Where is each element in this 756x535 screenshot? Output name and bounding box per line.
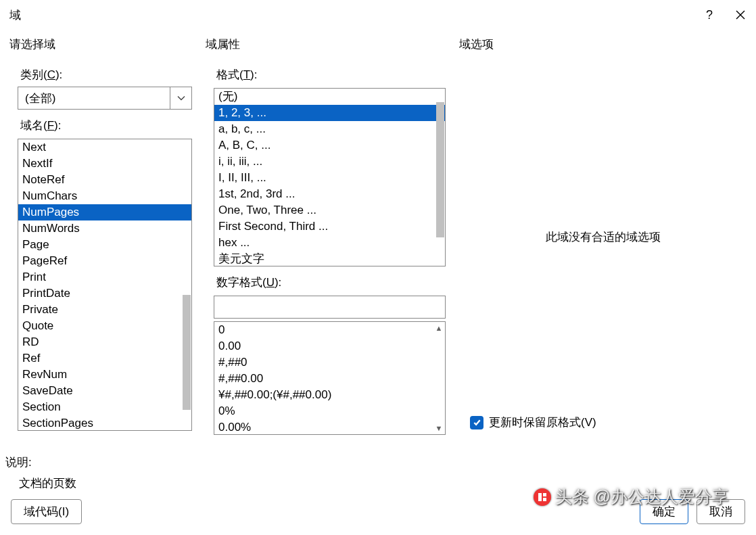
list-item[interactable]: Quote (18, 318, 191, 334)
list-item[interactable]: NoteRef (18, 172, 191, 188)
scroll-up-icon[interactable]: ▲ (433, 322, 445, 334)
checkbox-checked-icon (470, 416, 483, 429)
panel-title-properties: 域属性 (206, 30, 446, 59)
scrollbar[interactable]: ▲ ▼ (433, 322, 445, 434)
format-listbox[interactable]: (无)1, 2, 3, ...a, b, c, ...A, B, C, ...i… (214, 88, 446, 266)
cancel-button[interactable]: 取消 (696, 499, 745, 524)
description-block: 说明: 文档的页数 (0, 442, 756, 491)
scrollbar[interactable] (433, 89, 445, 266)
list-item[interactable]: Section (18, 399, 191, 415)
list-item[interactable]: 1st, 2nd, 3rd ... (214, 186, 445, 202)
list-item[interactable]: 0.00% (214, 419, 445, 434)
close-button[interactable] (725, 0, 756, 30)
list-item[interactable]: 0 (214, 322, 445, 338)
list-item[interactable]: Next (18, 139, 191, 156)
help-button[interactable]: ? (694, 0, 725, 30)
panel-select-field: 请选择域 类别(C): (全部) 域名(F): NextNextIfNoteRe… (9, 30, 206, 436)
list-item[interactable]: Page (18, 237, 191, 253)
list-item[interactable]: NumPages (18, 204, 191, 220)
list-item[interactable]: 0.00 (214, 338, 445, 354)
fieldname-label: 域名(F): (9, 110, 192, 136)
numformat-label: 数字格式(U): (206, 266, 446, 293)
field-code-button[interactable]: 域代码(I) (11, 499, 82, 524)
panel-title-select: 请选择域 (9, 30, 192, 59)
list-item[interactable]: NumWords (18, 220, 191, 237)
dialog-title: 域 (9, 7, 21, 23)
list-item[interactable]: (无) (214, 89, 445, 105)
field-dialog: 域 ? 请选择域 类别(C): (全部) 域名(F): NextNextIf (0, 0, 756, 535)
list-item[interactable]: 美元文字 (214, 251, 445, 266)
no-options-message: 此域没有合适的域选项 (459, 59, 747, 415)
list-item[interactable]: a, b, c, ... (214, 121, 445, 137)
category-value: (全部) (25, 91, 55, 106)
list-item[interactable]: hex ... (214, 235, 445, 251)
list-item[interactable]: One, Two, Three ... (214, 202, 445, 218)
list-item[interactable]: A, B, C, ... (214, 137, 445, 154)
format-label: 格式(T): (206, 59, 446, 85)
scrollbar-thumb[interactable] (183, 295, 191, 410)
scrollbar-thumb[interactable] (436, 102, 444, 237)
description-label: 说明: (5, 455, 756, 470)
list-item[interactable]: 1, 2, 3, ... (214, 105, 445, 121)
ok-button[interactable]: 确定 (640, 499, 688, 524)
numformat-listbox[interactable]: 00.00#,##0#,##0.00¥#,##0.00;(¥#,##0.00)0… (214, 321, 446, 435)
chevron-down-icon (170, 87, 191, 109)
dialog-body: 请选择域 类别(C): (全部) 域名(F): NextNextIfNoteRe… (0, 30, 756, 442)
list-item[interactable]: 0% (214, 403, 445, 419)
panel-title-options: 域选项 (459, 30, 747, 59)
list-item[interactable]: NextIf (18, 156, 191, 172)
category-label: 类别(C): (9, 59, 192, 85)
list-item[interactable]: I, II, III, ... (214, 170, 445, 186)
preserve-format-label: 更新时保留原格式(V) (489, 415, 596, 430)
scroll-down-icon[interactable]: ▼ (433, 422, 445, 434)
scrollbar[interactable] (179, 139, 191, 430)
close-icon (736, 10, 745, 20)
list-item[interactable]: SectionPages (18, 415, 191, 430)
fieldname-listbox[interactable]: NextNextIfNoteRefNumCharsNumPagesNumWord… (18, 139, 192, 431)
list-item[interactable]: Private (18, 302, 191, 318)
titlebar: 域 ? (0, 0, 756, 30)
list-item[interactable]: #,##0.00 (214, 371, 445, 387)
panel-field-options: 域选项 此域没有合适的域选项 更新时保留原格式(V) (459, 30, 747, 436)
list-item[interactable]: #,##0 (214, 354, 445, 371)
list-item[interactable]: RevNum (18, 367, 191, 383)
list-item[interactable]: NumChars (18, 188, 191, 204)
list-item[interactable]: Print (18, 269, 191, 285)
list-item[interactable]: SaveDate (18, 383, 191, 399)
panel-field-properties: 域属性 格式(T): (无)1, 2, 3, ...a, b, c, ...A,… (206, 30, 459, 436)
preserve-format-checkbox[interactable]: 更新时保留原格式(V) (459, 415, 747, 430)
button-bar: 域代码(I) 确定 取消 (0, 491, 756, 535)
list-item[interactable]: ¥#,##0.00;(¥#,##0.00) (214, 387, 445, 403)
description-text: 文档的页数 (5, 470, 756, 491)
list-item[interactable]: PageRef (18, 253, 191, 269)
list-item[interactable]: Ref (18, 350, 191, 367)
list-item[interactable]: First Second, Third ... (214, 218, 445, 235)
numformat-input[interactable] (214, 296, 446, 319)
list-item[interactable]: i, ii, iii, ... (214, 154, 445, 170)
category-dropdown[interactable]: (全部) (18, 87, 192, 110)
list-item[interactable]: RD (18, 334, 191, 350)
list-item[interactable]: PrintDate (18, 285, 191, 302)
